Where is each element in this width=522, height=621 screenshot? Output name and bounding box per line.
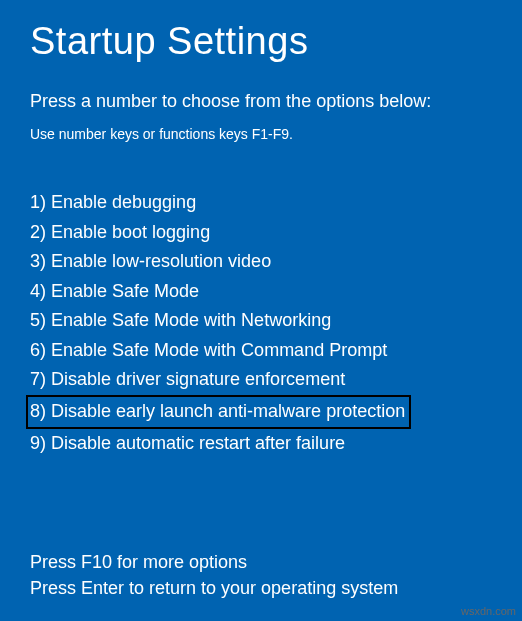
option-8-disable-anti-malware[interactable]: 8) Disable early launch anti-malware pro…: [26, 395, 411, 430]
hint-text: Use number keys or functions keys F1-F9.: [30, 126, 492, 142]
option-6-enable-safe-mode-command-prompt[interactable]: 6) Enable Safe Mode with Command Prompt: [30, 336, 492, 366]
startup-options-list: 1) Enable debugging 2) Enable boot loggi…: [30, 188, 492, 459]
option-5-enable-safe-mode-networking[interactable]: 5) Enable Safe Mode with Networking: [30, 306, 492, 336]
instruction-text: Press a number to choose from the option…: [30, 91, 492, 112]
page-title: Startup Settings: [30, 20, 492, 63]
footer-more-options: Press F10 for more options: [30, 549, 492, 575]
option-1-enable-debugging[interactable]: 1) Enable debugging: [30, 188, 492, 218]
footer-return: Press Enter to return to your operating …: [30, 575, 492, 601]
option-9-disable-automatic-restart[interactable]: 9) Disable automatic restart after failu…: [30, 429, 492, 459]
option-4-enable-safe-mode[interactable]: 4) Enable Safe Mode: [30, 277, 492, 307]
option-2-enable-boot-logging[interactable]: 2) Enable boot logging: [30, 218, 492, 248]
option-7-disable-driver-signature[interactable]: 7) Disable driver signature enforcement: [30, 365, 492, 395]
watermark-text: wsxdn.com: [461, 605, 516, 617]
option-3-enable-low-resolution-video[interactable]: 3) Enable low-resolution video: [30, 247, 492, 277]
